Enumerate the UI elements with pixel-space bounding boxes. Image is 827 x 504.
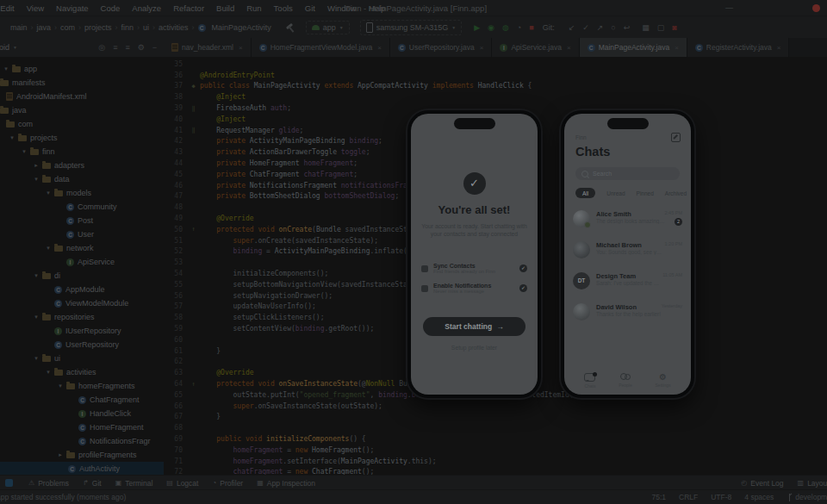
- chevron-down-icon[interactable]: ▾: [54, 383, 66, 389]
- filter-chip-pinned[interactable]: Pinned: [637, 190, 654, 196]
- tree-item-HomeFragment[interactable]: CHomeFragment: [0, 420, 164, 434]
- menu-build[interactable]: Build: [210, 3, 240, 13]
- chevron-down-icon[interactable]: ▾: [30, 314, 42, 320]
- chevron-down-icon[interactable]: ▾: [30, 355, 42, 362]
- tree-item-ApiService[interactable]: IApiService: [0, 255, 164, 269]
- menu-navigate[interactable]: Navigate: [50, 3, 95, 13]
- tree-item-UserRepository[interactable]: CUserRepository: [0, 338, 164, 352]
- compose-icon[interactable]: [671, 133, 681, 142]
- tab-nav_header.xml[interactable]: nav_header.xml×: [164, 38, 252, 57]
- tree-item-NotificationsFragr[interactable]: CNotificationsFragr: [0, 434, 164, 448]
- breadcrumb-ui[interactable]: ui: [143, 23, 149, 32]
- chevron-down-icon[interactable]: ▾: [6, 134, 18, 141]
- close-tab-icon[interactable]: ×: [567, 44, 571, 52]
- chat-row-michael-brown[interactable]: Michael BrownYou: Sounds good, see you t…: [573, 236, 682, 267]
- breadcrumb-finn[interactable]: finn: [121, 23, 134, 32]
- breadcrumb-activities[interactable]: activities: [159, 23, 189, 32]
- nav-item-people[interactable]: People: [619, 373, 632, 389]
- stop-app-icon[interactable]: ◙: [672, 23, 676, 32]
- caret-position[interactable]: 75:1: [651, 493, 666, 501]
- tree-item-repositories[interactable]: ▾repositories: [0, 310, 164, 324]
- tree-item-ViewModelModule[interactable]: CViewModelModule: [0, 296, 164, 310]
- menu-refactor[interactable]: Refactor: [167, 3, 210, 13]
- tree-item-AuthActivity[interactable]: CAuthActivity: [0, 462, 164, 476]
- tree-item-manifests[interactable]: manifests: [0, 76, 164, 90]
- chevron-down-icon[interactable]: ▾: [18, 148, 30, 155]
- close-tab-icon[interactable]: ×: [480, 44, 484, 52]
- tab-UserRepository.java[interactable]: CUserRepository.java×: [390, 38, 493, 57]
- run-config-selector[interactable]: app ▼: [306, 21, 350, 34]
- locate-file-icon[interactable]: ◎: [98, 43, 105, 52]
- close-tab-icon[interactable]: ×: [239, 44, 243, 52]
- device-manager-icon[interactable]: ▢: [657, 23, 665, 32]
- close-icon[interactable]: [812, 4, 820, 12]
- close-tab-icon[interactable]: ×: [377, 44, 382, 52]
- chevron-down-icon[interactable]: ▾: [42, 369, 54, 376]
- tree-item-ui[interactable]: ▾ui: [0, 352, 164, 365]
- menu-edit[interactable]: Edit: [0, 3, 21, 13]
- chat-row-david-wilson[interactable]: David WilsonThanks for the help earlier!…: [573, 298, 682, 329]
- indent-setting[interactable]: 4 spaces: [744, 493, 774, 501]
- menu-tools[interactable]: Tools: [268, 3, 299, 13]
- filter-chip-unread[interactable]: Unread: [606, 190, 625, 196]
- chevron-down-icon[interactable]: ▾: [42, 190, 54, 196]
- tree-item-ChatFragment[interactable]: CChatFragment: [0, 393, 164, 407]
- minimize-icon[interactable]: —: [725, 3, 733, 12]
- profile-icon[interactable]: ◔: [517, 23, 521, 32]
- build-hammer-icon[interactable]: [285, 22, 295, 33]
- hide-panel-icon[interactable]: −: [152, 43, 157, 52]
- tool-window-toggle-icon[interactable]: [5, 479, 13, 487]
- tool-button-problems[interactable]: ⚠Problems: [22, 479, 76, 488]
- menu-analyze[interactable]: Analyze: [126, 3, 167, 13]
- line-ending[interactable]: CRLF: [679, 493, 698, 501]
- breadcrumb-com[interactable]: com: [60, 23, 75, 32]
- tree-item-models[interactable]: ▾models: [0, 186, 164, 200]
- tab-MainPageActivity.java[interactable]: CMainPageActivity.java×: [580, 38, 687, 57]
- breadcrumb-java[interactable]: java: [37, 23, 52, 32]
- tool-button-terminal[interactable]: ▣Terminal: [109, 479, 160, 488]
- tab-RegisterActivity.java[interactable]: CRegisterActivity.java×: [687, 38, 790, 57]
- tree-item-activities[interactable]: ▾activities: [0, 365, 164, 379]
- collapse-all-icon[interactable]: ≡: [125, 43, 129, 52]
- chat-row-design-team[interactable]: DTDesign TeamSarah: I've updated the moc…: [573, 267, 682, 298]
- chevron-down-icon[interactable]: ▾: [30, 176, 42, 183]
- close-tab-icon[interactable]: ×: [675, 44, 679, 52]
- tool-button-layout-inspector[interactable]: ▥Layout Inspector: [791, 479, 827, 488]
- tree-item-Community[interactable]: CCommunity: [0, 200, 164, 214]
- tab-ApiService.java[interactable]: IApiService.java×: [492, 38, 579, 57]
- breadcrumb-projects[interactable]: projects: [84, 23, 112, 32]
- rollback-icon[interactable]: ↩: [624, 23, 631, 32]
- run-icon[interactable]: ▶: [474, 23, 480, 32]
- tree-item-com[interactable]: com: [0, 117, 164, 131]
- menu-view[interactable]: View: [21, 3, 50, 13]
- breadcrumb-main[interactable]: main: [10, 23, 28, 32]
- push-icon[interactable]: ↗: [597, 23, 604, 32]
- chat-row-alice-smith[interactable]: Alice SmithThe design looks amazing! Can…: [573, 205, 682, 236]
- apply-changes-icon[interactable]: ◉: [488, 23, 494, 32]
- tool-button-profiler[interactable]: ◔Profiler: [205, 479, 250, 488]
- tree-item-AppModule[interactable]: CAppModule: [0, 283, 164, 296]
- expand-all-icon[interactable]: ≡: [113, 43, 117, 52]
- nav-item-chats[interactable]: Chats: [584, 373, 595, 389]
- nav-item-settings[interactable]: ⚙Settings: [656, 373, 671, 389]
- filter-chip-archived[interactable]: Archived: [665, 190, 687, 196]
- chevron-right-icon[interactable]: ▸: [54, 451, 66, 458]
- chevron-right-icon[interactable]: ▸: [30, 162, 42, 169]
- search-input[interactable]: Search: [575, 167, 680, 180]
- chevron-down-icon[interactable]: ▾: [30, 272, 42, 279]
- settings-gear-icon[interactable]: ⚙: [138, 43, 145, 52]
- start-chatting-button[interactable]: Start chatting →: [423, 317, 525, 336]
- device-selector[interactable]: samsung SM-A315G ▼: [360, 20, 463, 35]
- tree-item-java[interactable]: java: [0, 103, 164, 117]
- filter-chip-all[interactable]: All: [575, 188, 595, 198]
- chevron-down-icon[interactable]: ▾: [0, 65, 12, 72]
- tree-item-data[interactable]: ▾data: [0, 172, 164, 186]
- tool-button-app-inspection[interactable]: ▦App Inspection: [250, 479, 322, 488]
- encoding[interactable]: UTF-8: [711, 493, 731, 501]
- history-icon[interactable]: ○: [611, 23, 615, 32]
- tree-item-network[interactable]: ▾network: [0, 241, 164, 255]
- tree-item-AndroidManifest.xml[interactable]: AndroidManifest.xml: [0, 90, 164, 103]
- menu-git[interactable]: Git: [299, 3, 321, 13]
- tab-HomeFragmentViewModel.java[interactable]: CHomeFragmentViewModel.java×: [252, 38, 390, 57]
- tree-item-homeFragments[interactable]: ▾homeFragments: [0, 379, 164, 393]
